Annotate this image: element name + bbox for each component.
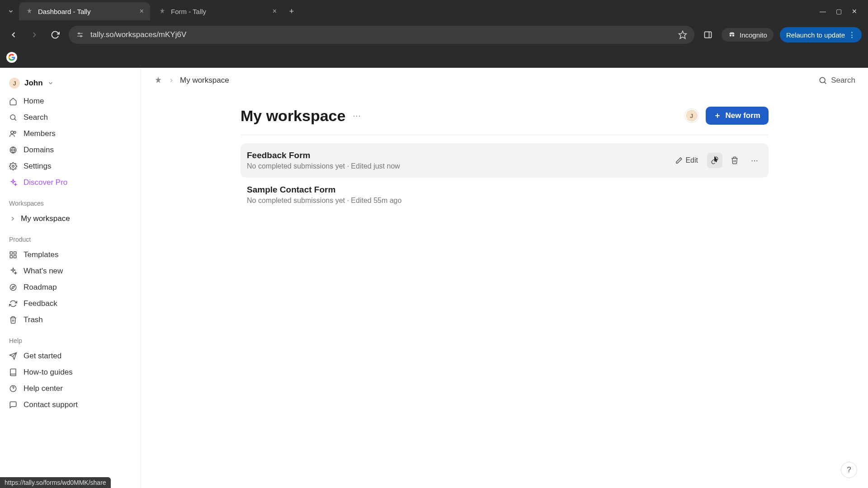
svg-line-27 xyxy=(825,82,826,84)
menu-dots-icon: ⋮ xyxy=(849,31,855,39)
sidebar-item-discover-pro[interactable]: Discover Pro xyxy=(5,174,136,191)
more-menu-button[interactable]: ⋯ xyxy=(747,153,762,168)
form-meta: No completed submissions yet · Edited ju… xyxy=(247,162,671,170)
svg-point-9 xyxy=(10,115,15,120)
back-button[interactable] xyxy=(6,28,21,42)
browser-tab-inactive[interactable]: Form - Tally × xyxy=(152,2,283,20)
incognito-indicator[interactable]: Incognito xyxy=(722,28,774,42)
edit-button[interactable]: Edit xyxy=(671,154,703,167)
bookmark-star-icon[interactable] xyxy=(678,30,687,39)
sidebar-item-templates[interactable]: Templates xyxy=(5,247,136,263)
tab-title: Dashboard - Tally xyxy=(38,8,135,15)
share-link-button[interactable] xyxy=(707,153,722,168)
product-section-label: Product xyxy=(5,228,136,246)
svg-point-26 xyxy=(820,77,825,83)
tab-search-dropdown[interactable] xyxy=(5,5,17,18)
sidebar: J John HomeSearchMembersDomainsSettingsD… xyxy=(0,68,141,488)
breadcrumb[interactable]: My workspace xyxy=(180,76,229,85)
url-input[interactable]: tally.so/workspaces/mKYj6V xyxy=(69,26,694,44)
user-name: John xyxy=(24,79,43,88)
sidebar-item-home[interactable]: Home xyxy=(5,93,136,109)
workspace-header: My workspace ⋯ J New form xyxy=(241,107,769,135)
sidebar-item-domains[interactable]: Domains xyxy=(5,142,136,158)
search-icon xyxy=(9,113,18,122)
sidebar-item-label: Settings xyxy=(24,162,51,171)
svg-marker-21 xyxy=(12,286,14,289)
workspaces-section-label: Workspaces xyxy=(5,192,136,210)
maximize-icon[interactable]: ▢ xyxy=(836,8,842,15)
new-form-button[interactable]: New form xyxy=(706,107,769,125)
breadcrumb-separator-icon xyxy=(168,77,175,84)
address-bar: tally.so/workspaces/mKYj6V Incognito Rel… xyxy=(0,23,868,47)
status-bar-link: https://tally.so/forms/wd0MMK/share xyxy=(0,477,111,488)
brand-logo-icon[interactable] xyxy=(154,76,163,85)
sidebar-item-feedback[interactable]: Feedback xyxy=(5,296,136,312)
help-section-label: Help xyxy=(5,329,136,347)
cursor-pointer-icon xyxy=(712,155,720,164)
sidebar-item-how-to-guides[interactable]: How-to guides xyxy=(5,364,136,380)
tab-close-icon[interactable]: × xyxy=(140,7,144,15)
form-row[interactable]: Sample Contact FormNo completed submissi… xyxy=(241,178,769,212)
svg-point-2 xyxy=(78,33,80,34)
relaunch-label: Relaunch to update xyxy=(786,31,845,39)
sidebar-item-trash[interactable]: Trash xyxy=(5,312,136,328)
delete-button[interactable] xyxy=(727,153,742,168)
sidebar-item-search[interactable]: Search xyxy=(5,109,136,126)
svg-point-7 xyxy=(730,34,732,37)
google-bookmark-icon[interactable] xyxy=(6,52,17,63)
sidebar-item-label: Trash xyxy=(24,315,43,324)
browser-chrome: Dashboard - Tally × Form - Tally × + — ▢… xyxy=(0,0,868,68)
panel-icon[interactable] xyxy=(701,28,715,42)
grid-icon xyxy=(9,251,18,259)
sidebar-item-workspace[interactable]: My workspace xyxy=(5,211,136,227)
svg-rect-17 xyxy=(14,252,16,254)
sidebar-item-get-started[interactable]: Get started xyxy=(5,348,136,364)
sidebar-item-label: Home xyxy=(24,97,44,106)
sidebar-item-what-s-new[interactable]: What's new xyxy=(5,263,136,279)
chevron-down-icon xyxy=(47,80,54,86)
sidebar-item-label: Get started xyxy=(24,352,61,361)
search-button[interactable]: Search xyxy=(818,76,855,85)
user-avatar: J xyxy=(9,78,20,89)
workspace-menu-icon[interactable]: ⋯ xyxy=(353,111,362,121)
svg-point-20 xyxy=(10,284,16,291)
tally-favicon-icon xyxy=(158,7,166,15)
form-row[interactable]: Feedback FormNo completed submissions ye… xyxy=(241,143,769,178)
new-tab-button[interactable]: + xyxy=(285,5,298,18)
minimize-icon[interactable]: — xyxy=(820,8,826,15)
forward-button[interactable] xyxy=(27,28,42,42)
help-icon xyxy=(9,385,18,393)
topbar: My workspace Search xyxy=(141,68,868,93)
sidebar-item-label: How-to guides xyxy=(24,368,73,377)
help-fab-button[interactable]: ? xyxy=(841,462,857,478)
search-label: Search xyxy=(831,76,855,85)
reload-button[interactable] xyxy=(48,28,62,42)
tab-close-icon[interactable]: × xyxy=(273,7,277,15)
sidebar-item-label: Help center xyxy=(24,384,63,393)
sidebar-item-members[interactable]: Members xyxy=(5,126,136,142)
relaunch-button[interactable]: Relaunch to update ⋮ xyxy=(780,27,862,42)
bookmarks-bar xyxy=(0,47,868,68)
close-window-icon[interactable]: ✕ xyxy=(852,8,857,15)
sidebar-item-settings[interactable]: Settings xyxy=(5,158,136,174)
sidebar-item-label: Feedback xyxy=(24,299,57,308)
chat-icon xyxy=(9,401,18,409)
sidebar-item-contact-support[interactable]: Contact support xyxy=(5,397,136,413)
form-list: Feedback FormNo completed submissions ye… xyxy=(241,143,769,212)
window-controls: — ▢ ✕ xyxy=(820,8,863,15)
sidebar-item-roadmap[interactable]: Roadmap xyxy=(5,279,136,296)
url-text: tally.so/workspaces/mKYj6V xyxy=(90,30,672,39)
sidebar-item-label: Members xyxy=(24,129,56,138)
browser-tab-active[interactable]: Dashboard - Tally × xyxy=(19,2,150,20)
incognito-label: Incognito xyxy=(740,31,767,39)
gear-icon xyxy=(9,162,18,170)
workspace-title: My workspace xyxy=(241,107,345,125)
user-switcher[interactable]: J John xyxy=(5,74,136,92)
form-actions: Edit⋯ xyxy=(671,153,762,168)
tally-favicon-icon xyxy=(25,7,33,15)
sidebar-item-help-center[interactable]: Help center xyxy=(5,380,136,397)
site-settings-icon[interactable] xyxy=(76,31,84,39)
tab-title: Form - Tally xyxy=(171,8,268,15)
workspace-member-avatar[interactable]: J xyxy=(685,109,698,122)
sidebar-item-label: Search xyxy=(24,113,48,122)
